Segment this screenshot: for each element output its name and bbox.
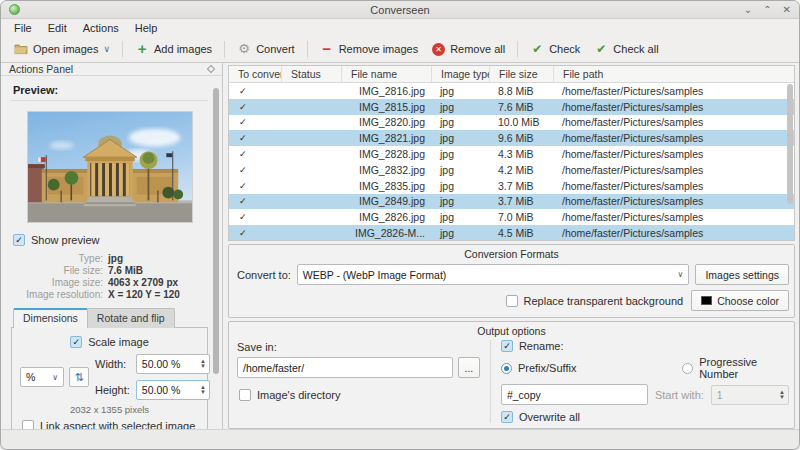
toolbar: Open images ∨ + Add images ⚙ Convert − R… bbox=[1, 36, 799, 63]
header-to-convert[interactable]: To convert bbox=[229, 66, 281, 82]
resolution-value: X = 120 Y = 120 bbox=[108, 289, 208, 300]
float-panel-icon[interactable] bbox=[207, 65, 215, 73]
menu-edit[interactable]: Edit bbox=[41, 21, 74, 35]
images-directory-checkbox[interactable]: Image's directory bbox=[237, 386, 480, 404]
row-check-icon[interactable]: ✓ bbox=[229, 196, 281, 206]
scale-image-checkbox[interactable]: ✓ Scale image bbox=[20, 334, 199, 354]
row-image-type: jpg bbox=[431, 211, 489, 223]
row-file-name: IMG_2821.jpg bbox=[341, 132, 431, 144]
row-file-path: /home/faster/Pictures/samples bbox=[553, 85, 794, 97]
menu-actions[interactable]: Actions bbox=[76, 21, 126, 35]
conversion-formats-title: Conversion Formats bbox=[229, 245, 794, 262]
rename-checkbox[interactable]: ✓ Rename: bbox=[501, 340, 789, 352]
checkbox-checked-icon: ✓ bbox=[501, 340, 513, 352]
table-row[interactable]: ✓ IMG_2820.jpg jpg 10.0 MiB /home/faster… bbox=[229, 115, 794, 131]
table-row[interactable]: ✓ IMG_2815.jpg jpg 7.6 MiB /home/faster/… bbox=[229, 99, 794, 115]
row-check-icon[interactable]: ✓ bbox=[229, 86, 281, 96]
prefix-suffix-radio[interactable] bbox=[501, 363, 512, 374]
row-check-icon[interactable]: ✓ bbox=[229, 117, 281, 127]
width-spinner[interactable]: 50.00 % ▲▼ bbox=[136, 354, 210, 374]
header-file-size[interactable]: File size bbox=[489, 66, 553, 82]
overwrite-all-checkbox[interactable]: ✓ Overwrite all bbox=[501, 409, 789, 423]
table-row[interactable]: ✓ IMG_2832.jpg jpg 4.2 MiB /home/faster/… bbox=[229, 162, 794, 178]
table-row[interactable]: ✓ IMG_2826-M... jpg 4.5 MiB /home/faster… bbox=[229, 225, 794, 241]
row-check-icon[interactable]: ✓ bbox=[229, 228, 281, 238]
x-circle-icon: ✕ bbox=[432, 43, 445, 56]
browse-button[interactable]: ... bbox=[458, 357, 480, 378]
row-file-name: IMG_2816.jpg bbox=[341, 85, 431, 97]
output-options-group: Output options Save in: ... Image's dir bbox=[228, 321, 795, 429]
row-image-type: jpg bbox=[431, 227, 489, 239]
format-select[interactable]: WEBP - (WebP Image Format) ∨ bbox=[297, 264, 690, 285]
resolution-label: Image resolution: bbox=[11, 289, 103, 300]
row-file-size: 4.2 MiB bbox=[489, 164, 553, 176]
output-options-title: Output options bbox=[229, 322, 794, 339]
status-bar bbox=[1, 429, 799, 449]
start-with-spinner[interactable]: 1 ▲▼ bbox=[711, 385, 789, 405]
replace-transparent-checkbox[interactable]: Replace transparent background bbox=[506, 295, 684, 307]
type-label: Type: bbox=[11, 253, 103, 264]
checkbox-checked-icon: ✓ bbox=[70, 336, 82, 348]
remove-images-button[interactable]: − Remove images bbox=[313, 39, 425, 59]
row-image-type: jpg bbox=[431, 195, 489, 207]
row-file-size: 9.6 MiB bbox=[489, 132, 553, 144]
tab-rotate-and-flip[interactable]: Rotate and flip bbox=[87, 308, 175, 328]
table-row[interactable]: ✓ IMG_2828.jpg jpg 4.3 MiB /home/faster/… bbox=[229, 146, 794, 162]
table-row[interactable]: ✓ IMG_2835.jpg jpg 3.7 MiB /home/faster/… bbox=[229, 178, 794, 194]
close-icon[interactable]: ✕ bbox=[783, 5, 791, 15]
rename-pattern-input[interactable] bbox=[501, 384, 648, 405]
header-file-name[interactable]: File name bbox=[341, 66, 431, 82]
toolbar-separator bbox=[307, 41, 308, 58]
row-check-icon[interactable]: ✓ bbox=[229, 133, 281, 143]
images-settings-button[interactable]: Images settings bbox=[695, 264, 789, 285]
row-file-size: 3.7 MiB bbox=[489, 195, 553, 207]
maximize-icon[interactable]: ⌃ bbox=[763, 5, 771, 15]
actions-panel-body: Preview: bbox=[1, 76, 222, 442]
width-label: Width: bbox=[95, 358, 130, 370]
minimize-icon[interactable]: ⌄ bbox=[744, 5, 752, 15]
table-row[interactable]: ✓ IMG_2826.jpg jpg 7.0 MiB /home/faster/… bbox=[229, 209, 794, 225]
show-preview-checkbox[interactable]: ✓ Show preview bbox=[11, 231, 208, 249]
height-spinner[interactable]: 50.00 % ▲▼ bbox=[136, 380, 210, 400]
convert-button[interactable]: ⚙ Convert bbox=[230, 39, 302, 59]
spinner-arrows-icon[interactable]: ▲▼ bbox=[197, 385, 209, 395]
spinner-arrows-icon: ▲▼ bbox=[776, 390, 788, 400]
toolbar-separator bbox=[517, 41, 518, 58]
table-row[interactable]: ✓ IMG_2821.jpg jpg 9.6 MiB /home/faster/… bbox=[229, 130, 794, 146]
choose-color-button[interactable]: Choose color bbox=[691, 290, 789, 311]
menu-help[interactable]: Help bbox=[128, 21, 165, 35]
row-check-icon[interactable]: ✓ bbox=[229, 212, 281, 222]
save-in-input[interactable] bbox=[237, 357, 453, 378]
check-all-button[interactable]: ✔ Check all bbox=[587, 39, 665, 59]
table-row[interactable]: ✓ IMG_2816.jpg jpg 8.8 MiB /home/faster/… bbox=[229, 83, 794, 99]
row-file-name: IMG_2849.jpg bbox=[341, 195, 431, 207]
remove-all-button[interactable]: ✕ Remove all bbox=[425, 40, 512, 59]
header-image-type[interactable]: Image type bbox=[431, 66, 489, 82]
check-button[interactable]: ✔ Check bbox=[523, 39, 587, 59]
row-file-name: IMG_2832.jpg bbox=[341, 164, 431, 176]
row-check-icon[interactable]: ✓ bbox=[229, 149, 281, 159]
tab-dimensions[interactable]: Dimensions bbox=[13, 308, 88, 328]
check-all-icon: ✔ bbox=[594, 42, 608, 56]
open-images-button[interactable]: Open images ∨ bbox=[7, 39, 117, 59]
panel-scrollbar[interactable] bbox=[213, 88, 219, 374]
unit-select[interactable]: % ∨ bbox=[20, 367, 64, 387]
actions-panel: Actions Panel Preview: bbox=[1, 63, 223, 429]
file-table-header[interactable]: To convert Status File name Image type F… bbox=[229, 66, 794, 83]
table-row[interactable]: ✓ IMG_2849.jpg jpg 3.7 MiB /home/faster/… bbox=[229, 194, 794, 210]
header-file-path[interactable]: File path bbox=[553, 66, 794, 82]
progressive-number-radio[interactable] bbox=[682, 363, 693, 374]
table-scrollbar[interactable] bbox=[787, 84, 793, 204]
menu-file[interactable]: File bbox=[7, 21, 39, 35]
title-bar[interactable]: Converseen ⌄ ⌃ ✕ bbox=[1, 1, 799, 19]
header-status[interactable]: Status bbox=[281, 66, 341, 82]
chevron-down-icon: ∨ bbox=[670, 270, 684, 279]
add-images-button[interactable]: + Add images bbox=[128, 39, 219, 59]
reset-dimensions-button[interactable]: ⇅ bbox=[69, 367, 89, 387]
progressive-number-label: Progressive Number bbox=[699, 356, 789, 380]
row-check-icon[interactable]: ✓ bbox=[229, 181, 281, 191]
spinner-arrows-icon[interactable]: ▲▼ bbox=[197, 359, 209, 369]
row-file-size: 4.3 MiB bbox=[489, 148, 553, 160]
row-check-icon[interactable]: ✓ bbox=[229, 165, 281, 175]
row-check-icon[interactable]: ✓ bbox=[229, 102, 281, 112]
